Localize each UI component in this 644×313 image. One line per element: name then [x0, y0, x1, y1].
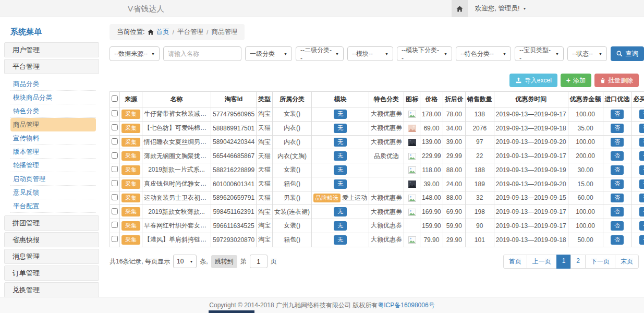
sidebar-item[interactable]: 兑换管理 — [4, 282, 99, 297]
trash-icon — [600, 78, 605, 83]
home-button[interactable] — [452, 0, 468, 17]
filter-select[interactable]: --模块--▼ — [347, 46, 393, 61]
coupon-time-cell: 2019-09-13—2019-09-18 — [494, 233, 568, 247]
import-select-toggle[interactable]: 否 — [611, 138, 624, 147]
import-select-toggle[interactable]: 否 — [611, 179, 624, 189]
import-select-cell: 否 — [603, 149, 631, 163]
page-jump-input[interactable] — [250, 255, 268, 268]
icon-cell — [404, 121, 420, 135]
import-select-toggle[interactable]: 否 — [611, 221, 624, 231]
row-checkbox[interactable] — [112, 152, 118, 159]
row-checkbox[interactable] — [112, 124, 118, 130]
import-select-toggle[interactable]: 否 — [611, 124, 624, 133]
coupon-amount-cell: 100.00 — [568, 219, 603, 233]
sidebar-subitem[interactable]: 商品管理 — [10, 118, 96, 131]
sidebar-subitem[interactable]: 宣传物料 — [10, 131, 96, 145]
taoke-id-cell: 598451162391 — [211, 205, 257, 219]
row-checkbox[interactable] — [112, 222, 118, 228]
select-all-checkbox[interactable] — [112, 95, 118, 102]
chevron-down-icon: ▼ — [555, 52, 559, 56]
row-checkbox[interactable] — [112, 236, 118, 242]
chevron-down-icon: ▼ — [444, 52, 447, 56]
page-button[interactable]: 首页 — [503, 255, 527, 269]
import-select-toggle[interactable]: 否 — [611, 165, 624, 175]
must-buy-cell: 否 — [631, 205, 644, 219]
filter-select[interactable]: --模块下分类--▼ — [397, 46, 452, 61]
page-button[interactable]: 1 — [556, 255, 572, 269]
sidebar-subitem[interactable]: 版本管理 — [10, 145, 96, 159]
row-checkbox[interactable] — [112, 166, 118, 172]
row-checkbox[interactable] — [112, 194, 118, 200]
must-buy-toggle[interactable]: 否 — [639, 221, 644, 231]
filter-select[interactable]: --数据来源--▼ — [110, 46, 160, 61]
must-buy-cell: 否 — [631, 219, 644, 233]
must-buy-toggle[interactable]: 否 — [639, 179, 644, 189]
name-input[interactable] — [163, 46, 241, 61]
sidebar-item[interactable]: 拼团管理 — [4, 215, 99, 231]
sidebar-item[interactable]: 用户管理 — [4, 42, 99, 57]
must-buy-toggle[interactable]: 否 — [639, 110, 644, 119]
import-excel-button[interactable]: 导入excel — [509, 74, 557, 87]
import-select-toggle[interactable]: 否 — [611, 207, 624, 216]
filter-select[interactable]: --特色分类--▼ — [456, 46, 511, 61]
filter-select[interactable]: --宝贝类型--▼ — [515, 46, 564, 61]
user-menu[interactable]: 欢迎您, 管理员! ▼ — [475, 4, 526, 13]
product-name-cell: 薄款无钢圈文胸聚拢性... — [142, 149, 211, 163]
sidebar-item[interactable]: 订单管理 — [4, 266, 99, 281]
row-checkbox[interactable] — [112, 138, 118, 145]
topbar-right: 欢迎您, 管理员! ▼ — [452, 0, 526, 17]
page-button[interactable]: 2 — [570, 255, 586, 269]
sidebar-subitem[interactable]: 平台配置 — [10, 199, 96, 213]
category-cell: 男装() — [273, 191, 312, 205]
must-buy-cell: 否 — [631, 191, 644, 205]
sidebar-subitem[interactable]: 模块商品分类 — [10, 91, 96, 104]
sidebar-subitem[interactable]: 轮播管理 — [10, 159, 96, 172]
filter-select[interactable]: --二级分类--▼ — [296, 46, 344, 61]
page-button[interactable]: 上一页 — [527, 255, 557, 269]
product-name-cell: 真皮钱包时尚优雅女士... — [142, 177, 211, 191]
sidebar-item[interactable]: 省惠快报 — [4, 232, 99, 247]
row-checkbox[interactable] — [112, 208, 118, 214]
must-buy-toggle[interactable]: 否 — [639, 165, 644, 175]
taoke-id-cell: 588216228899 — [211, 163, 257, 177]
sidebar-subitem[interactable]: 特色分类 — [10, 104, 96, 118]
filter-select[interactable]: 一级分类▼ — [245, 46, 292, 61]
must-buy-toggle[interactable]: 否 — [639, 194, 644, 203]
must-buy-toggle[interactable]: 否 — [639, 151, 644, 161]
jump-button[interactable]: 跳转到 — [211, 255, 237, 268]
import-select-toggle[interactable]: 否 — [611, 194, 624, 203]
sales-cell: 90 — [465, 219, 494, 233]
category-cell: 内衣(文胸) — [273, 149, 312, 163]
discount-price-cell: 29.99 — [443, 149, 465, 163]
query-button[interactable]: 查询 — [611, 46, 644, 61]
coupon-amount-cell: 35.00 — [568, 121, 603, 135]
sidebar-item[interactable]: 消息管理 — [4, 249, 99, 264]
import-select-toggle[interactable]: 否 — [611, 110, 624, 119]
page-button[interactable]: 末页 — [615, 255, 639, 269]
feature-cell: 大额优惠券 — [369, 107, 404, 122]
filter-select[interactable]: --状态--▼ — [567, 46, 607, 61]
row-checkbox[interactable] — [112, 110, 118, 116]
sidebar-subitem[interactable]: 商品分类 — [10, 77, 96, 91]
price-cell: 39.00 — [420, 177, 443, 191]
import-select-toggle[interactable]: 否 — [611, 151, 624, 161]
page-button[interactable]: 下一页 — [585, 255, 615, 269]
must-buy-toggle[interactable]: 否 — [639, 235, 644, 245]
sidebar-subitem[interactable]: 启动页管理 — [10, 172, 96, 186]
import-select-toggle[interactable]: 否 — [611, 235, 624, 245]
must-buy-toggle[interactable]: 否 — [639, 124, 644, 133]
breadcrumb-home-link[interactable]: 首页 — [148, 28, 169, 37]
per-page-select[interactable]: 10 ▼ — [173, 255, 197, 268]
row-checkbox[interactable] — [112, 180, 118, 186]
module-cell: 无 — [312, 149, 369, 163]
sidebar-subitem[interactable]: 意见反馈 — [10, 186, 96, 199]
must-buy-toggle[interactable]: 否 — [639, 207, 644, 216]
must-buy-toggle[interactable]: 否 — [639, 138, 644, 147]
must-buy-cell: 否 — [631, 121, 644, 135]
column-header: 优惠券时间 — [494, 92, 568, 107]
price-cell: 118.00 — [420, 163, 443, 177]
sidebar-item[interactable]: 平台管理 — [4, 59, 99, 74]
icp-link[interactable]: 粤ICP备16098006号 — [378, 302, 434, 309]
add-button[interactable]: + 添加 — [561, 74, 591, 87]
batch-delete-button[interactable]: 批量删除 — [594, 74, 639, 87]
